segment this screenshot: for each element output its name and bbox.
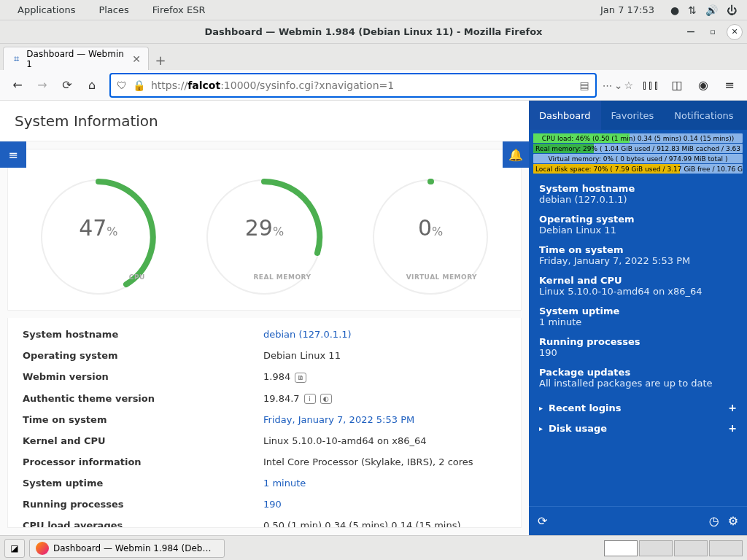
cpu-gauge-value: 47 — [79, 215, 107, 241]
firefox-logo-icon — [36, 542, 49, 555]
sidebar-toggle-button[interactable]: ≡ — [0, 141, 26, 168]
cpu-load-bar: CPU load: 46% (0.50 (1 min) 0.34 (5 mins… — [533, 133, 743, 143]
recent-logins-row[interactable]: ▸Recent logins+ — [539, 397, 737, 418]
memory-gauge-value: 29 — [245, 215, 273, 241]
gnome-taskbar: ◪ Dashboard — Webmin 1.984 (Deb… — [0, 535, 747, 560]
virtual-memory-bar: Virtual memory: 0% ( 0 bytes used / 974.… — [533, 154, 743, 163]
shield-icon[interactable]: 🛡 — [117, 79, 127, 91]
applications-menu[interactable]: Applications — [6, 4, 87, 15]
slider-updates-value: All installed packages are up to date — [539, 378, 737, 389]
power-icon[interactable]: ⏻ — [722, 4, 741, 16]
desktop-2[interactable] — [639, 540, 673, 556]
time-link[interactable]: Friday, January 7, 2022 5:53 PM — [263, 414, 414, 425]
memory-gauge: 29% REAL MEMORY — [191, 171, 337, 303]
reload-button[interactable]: ⟳ — [55, 74, 79, 97]
firefox-task-button[interactable]: Dashboard — Webmin 1.984 (Deb… — [29, 539, 225, 558]
hamburger-menu-icon[interactable]: ≡ — [718, 74, 741, 97]
webmin-favicon-icon: ⌗ — [11, 53, 22, 65]
firefox-toolbar: ← → ⟳ ⌂ 🛡 🔒 https://falcot:10000/sysinfo… — [0, 70, 747, 101]
back-button[interactable]: ← — [6, 74, 29, 97]
close-button[interactable]: ✕ — [727, 24, 743, 40]
browser-tab[interactable]: ⌗ Dashboard — Webmin 1 ✕ — [3, 47, 149, 70]
network-icon[interactable]: ⇅ — [684, 4, 701, 16]
slider-body: System hostnamedebian (127.0.1.1) Operat… — [529, 177, 747, 506]
chevron-right-icon: ▸ — [539, 424, 543, 432]
slider-time-value: Friday, January 7, 2022 5:53 PM — [539, 255, 737, 266]
clock[interactable]: Jan 7 17:53 — [589, 4, 666, 15]
slider-time-label: Time on system — [539, 244, 737, 255]
desktop-4[interactable] — [709, 540, 743, 556]
bookmark-star-icon[interactable]: ☆ — [624, 79, 633, 91]
page-content: System Information ≡ 🔔 47% CPU 29% REAL … — [0, 101, 747, 535]
tab-dashboard[interactable]: Dashboard — [529, 101, 601, 130]
changelog-icon[interactable]: 🗎 — [295, 373, 306, 383]
slider-tabs: Dashboard Favorites Notifications — [529, 101, 747, 130]
slider-hostname-label: System hostname — [539, 183, 737, 194]
kernel-label: Kernel and CPU — [23, 435, 263, 446]
disk-space-bar: Local disk space: 70% ( 7.59 GiB used / … — [533, 164, 743, 174]
uptime-link[interactable]: 1 minute — [263, 478, 306, 489]
settings-gear-icon[interactable]: ⚙ — [728, 514, 738, 528]
workspace-switcher-button[interactable]: ◪ — [4, 539, 25, 558]
cpu-gauge: 47% CPU — [26, 171, 171, 303]
slider-hostname-value: debian (127.0.1.1) — [539, 194, 737, 205]
refresh-icon[interactable]: ⟳ — [538, 514, 547, 528]
places-menu[interactable]: Places — [87, 4, 140, 15]
theme-version-value: 19.84.7 — [263, 393, 300, 404]
account-icon[interactable]: ◉ — [692, 74, 715, 97]
main-panel: System Information ≡ 🔔 47% CPU 29% REAL … — [0, 101, 529, 535]
theme-version-label: Authentic theme version — [23, 393, 263, 405]
home-button[interactable]: ⌂ — [80, 74, 104, 97]
load-averages-value: 0.50 (1 min) 0.34 (5 mins) 0.14 (15 mins… — [263, 520, 506, 528]
slider-os-label: Operating system — [539, 214, 737, 225]
slider-os-value: Debian Linux 11 — [539, 225, 737, 236]
firefox-task-label: Dashboard — Webmin 1.984 (Deb… — [53, 543, 211, 553]
volume-icon[interactable]: 🔊 — [701, 4, 722, 16]
gauge-icon[interactable]: ◷ — [709, 514, 719, 528]
virtual-memory-gauge-label: VIRTUAL MEMORY — [406, 273, 478, 281]
tab-close-icon[interactable]: ✕ — [132, 53, 141, 65]
reader-mode-icon[interactable]: ▤ — [579, 79, 589, 91]
os-label: Operating system — [23, 350, 263, 361]
disk-usage-row[interactable]: ▸Disk usage+ — [539, 418, 737, 438]
expand-plus-icon: + — [728, 402, 737, 413]
memory-gauge-label: REAL MEMORY — [253, 273, 311, 281]
expand-plus-icon: + — [728, 422, 737, 434]
info-table: System hostnamedebian (127.0.1.1) Operat… — [7, 318, 522, 528]
tab-favorites[interactable]: Favorites — [601, 101, 665, 130]
window-title-bar: Dashboard — Webmin 1.984 (Debian Linux 1… — [0, 20, 747, 44]
desktop-1[interactable] — [604, 540, 638, 556]
forward-button[interactable]: → — [31, 74, 54, 97]
processor-label: Processor information — [23, 456, 263, 467]
tab-notifications[interactable]: Notifications — [664, 101, 743, 130]
slider-uptime-label: System uptime — [539, 306, 737, 316]
minimize-button[interactable]: — — [683, 24, 699, 40]
theme-info-icon[interactable]: i — [304, 394, 316, 404]
gauges-row: 47% CPU 29% REAL MEMORY 0% VIRTUAL MEMOR… — [7, 149, 522, 311]
desktop-3[interactable] — [674, 540, 708, 556]
maximize-button[interactable]: ▫ — [705, 24, 721, 40]
hostname-link[interactable]: debian (127.0.1.1) — [263, 329, 352, 340]
lock-warning-icon[interactable]: 🔒 — [133, 79, 145, 91]
running-processes-link[interactable]: 190 — [263, 499, 282, 510]
firefox-menu[interactable]: Firefox ESR — [141, 4, 217, 15]
tab-title: Dashboard — Webmin 1 — [26, 49, 128, 69]
sidebar-icon[interactable]: ◫ — [665, 74, 689, 97]
slider-kernel-label: Kernel and CPU — [539, 275, 737, 286]
library-icon[interactable]: ⫿⫿⫿ — [639, 74, 662, 97]
load-averages-label: CPU load averages — [23, 520, 263, 528]
new-tab-button[interactable]: + — [150, 50, 171, 70]
desktop-pager[interactable] — [604, 540, 743, 556]
virtual-memory-gauge-value: 0 — [418, 215, 432, 241]
slider-uptime-value: 1 minute — [539, 316, 737, 327]
notifications-bell-button[interactable]: 🔔 — [503, 141, 529, 168]
url-bar[interactable]: 🛡 🔒 https://falcot:10000/sysinfo.cgi?xna… — [109, 73, 597, 98]
status-dot-icon: ● — [666, 4, 684, 16]
pocket-icon[interactable]: ⌄ — [614, 79, 623, 91]
os-value: Debian Linux 11 — [263, 350, 506, 361]
virtual-memory-gauge: 0% VIRTUAL MEMORY — [357, 171, 503, 303]
slider-footer: ⟳ ◷ ⚙ — [529, 506, 747, 535]
page-actions-icon[interactable]: ⋯ — [603, 79, 613, 91]
webmin-version-label: Webmin version — [23, 371, 263, 383]
theme-settings-icon[interactable]: ◐ — [320, 394, 332, 404]
